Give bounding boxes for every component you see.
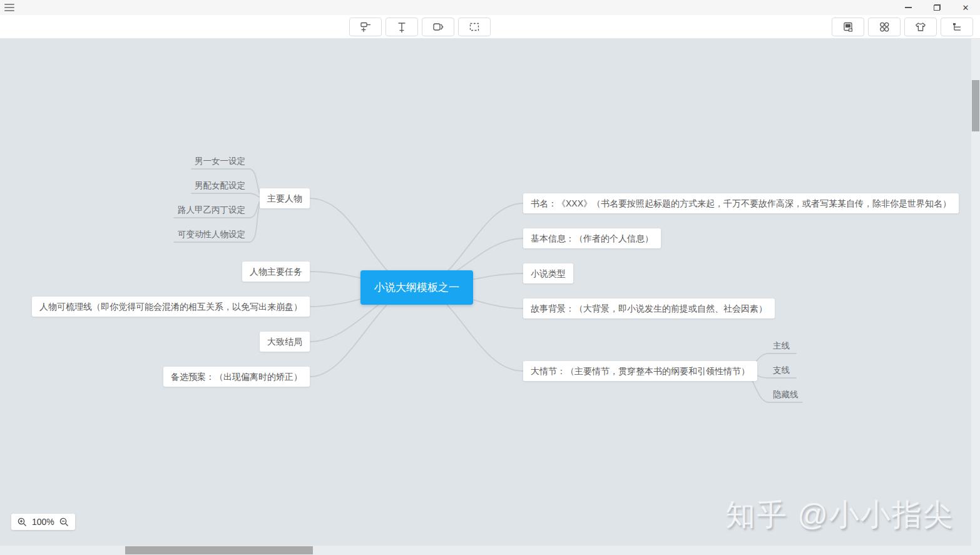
node-basic-info[interactable]: 基本信息：（作者的个人信息） — [523, 228, 661, 248]
node-lead-roles[interactable]: 男一女一设定 — [195, 155, 245, 168]
zoom-level: 100% — [32, 517, 54, 527]
node-variable-roles[interactable]: 可变动性人物设定 — [178, 228, 245, 241]
node-supporting-roles[interactable]: 男配女配设定 — [195, 180, 245, 192]
node-character-relations[interactable]: 人物可梳理线（即你觉得可能会混淆的相互关系，以免写出来崩盘） — [32, 297, 310, 317]
text-plus-icon — [396, 21, 408, 33]
summary-button[interactable] — [422, 18, 454, 36]
node-story-background[interactable]: 故事背景：（大背景，即小说发生的前提或自然、社会因素） — [523, 298, 775, 318]
mindmap-canvas[interactable]: 小说大纲模板之一 主要人物 人物主要任务 人物可梳理线（即你觉得可能会混淆的相互… — [0, 38, 980, 555]
node-main-line[interactable]: 主线 — [773, 340, 790, 352]
restore-button[interactable] — [922, 0, 951, 15]
window-controls: ✕ — [894, 0, 980, 15]
close-button[interactable]: ✕ — [951, 0, 980, 15]
summary-brace-icon — [432, 21, 444, 33]
close-icon: ✕ — [962, 3, 969, 13]
node-rough-ending[interactable]: 大致结局 — [260, 332, 310, 352]
magnifier-plus-icon[interactable] — [17, 517, 28, 527]
insert-node-button[interactable] — [349, 18, 382, 36]
node-backup-plan[interactable]: 备选预案：（出现偏离时的矫正） — [163, 367, 310, 387]
minimize-button[interactable] — [894, 0, 922, 15]
card-icon — [842, 21, 854, 33]
root-node[interactable]: 小说大纲模板之一 — [360, 270, 473, 305]
outline-list-icon — [951, 21, 963, 33]
horizontal-scrollbar-thumb[interactable] — [125, 546, 313, 554]
node-branch-line[interactable]: 支线 — [773, 364, 790, 377]
vertical-scrollbar[interactable] — [971, 38, 980, 546]
select-area-button[interactable] — [458, 18, 491, 36]
node-passerby-roles[interactable]: 路人甲乙丙丁设定 — [178, 204, 245, 216]
toolbar — [0, 15, 980, 39]
structure-button[interactable] — [868, 18, 901, 36]
node-main-characters[interactable]: 主要人物 — [260, 188, 310, 208]
insert-text-button[interactable] — [385, 18, 418, 36]
restore-icon — [934, 4, 941, 11]
node-hidden-line[interactable]: 隐藏线 — [773, 389, 799, 401]
style-card-button[interactable] — [832, 18, 864, 36]
node-character-tasks[interactable]: 人物主要任务 — [242, 262, 310, 282]
theme-button[interactable] — [904, 18, 937, 36]
title-bar: ✕ — [0, 0, 980, 15]
menu-hamburger-icon[interactable] — [4, 4, 14, 11]
vertical-scrollbar-thumb[interactable] — [972, 80, 979, 131]
zoom-control: 100% — [11, 514, 75, 530]
node-novel-type[interactable]: 小说类型 — [523, 263, 573, 283]
horizontal-scrollbar[interactable] — [0, 546, 980, 555]
four-shapes-icon — [878, 21, 891, 33]
dashed-box-icon — [468, 21, 481, 33]
minimize-icon — [905, 7, 912, 8]
node-book-title[interactable]: 书名：《XXX》（书名要按照起标题的方式来起，千万不要故作高深，或者写某某自传，… — [523, 193, 959, 213]
outline-button[interactable] — [941, 18, 973, 36]
tshirt-icon — [914, 21, 927, 33]
node-major-plot[interactable]: 大情节：（主要情节，贯穿整本书的纲要和引领性情节） — [523, 361, 757, 381]
node-plus-icon — [359, 21, 372, 33]
toolbar-left-group — [349, 18, 491, 36]
magnifier-minus-icon[interactable] — [59, 517, 69, 527]
toolbar-right-group — [832, 18, 973, 36]
